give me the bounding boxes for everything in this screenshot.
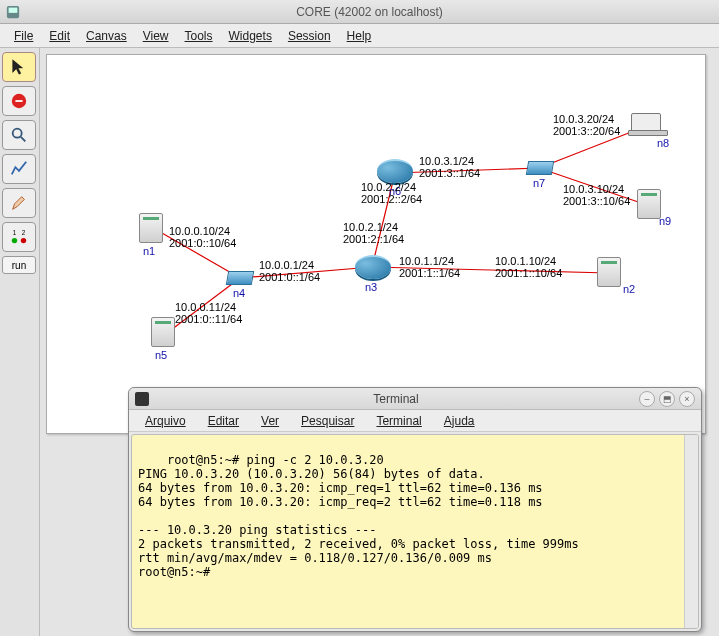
term-menu-terminal[interactable]: Terminal [366, 412, 431, 430]
network-canvas[interactable]: n1 10.0.0.10/24 2001:0::10/64 n5 10.0.0.… [46, 54, 706, 434]
node-n9-label: n9 [659, 215, 671, 227]
addr-n6-eth0: 10.0.3.1/24 2001:3::1/64 [419, 155, 480, 179]
left-toolbar: 1 2 run [0, 48, 40, 636]
svg-rect-3 [15, 100, 22, 102]
addr-n5: 10.0.0.11/24 2001:0::11/64 [175, 301, 242, 325]
addr-n3-eth1: 10.0.2.1/24 2001:2::1/64 [343, 221, 404, 245]
node-n8[interactable] [631, 113, 661, 133]
plot-icon [10, 160, 28, 178]
menu-file[interactable]: File [6, 26, 41, 46]
two-node-icon: 1 2 [10, 228, 28, 246]
svg-line-5 [21, 137, 26, 142]
run-button[interactable]: run [2, 256, 36, 274]
marker-button[interactable] [2, 188, 36, 218]
node-n8-label: n8 [657, 137, 669, 149]
stop-button[interactable] [2, 86, 36, 116]
menu-widgets[interactable]: Widgets [221, 26, 280, 46]
addr-n2: 10.0.1.10/24 2001:1::10/64 [495, 255, 562, 279]
addr-n9: 10.0.3.10/24 2001:3::10/64 [563, 183, 630, 207]
node-n9[interactable] [637, 189, 661, 219]
menu-session[interactable]: Session [280, 26, 339, 46]
addr-n8: 10.0.3.20/24 2001:3::20/64 [553, 113, 620, 137]
magnify-icon [10, 126, 28, 144]
node-n2[interactable] [597, 257, 621, 287]
terminal-content: root@n5:~# ping -c 2 10.0.3.20 PING 10.0… [138, 453, 579, 579]
two-node-button[interactable]: 1 2 [2, 222, 36, 252]
node-n3-label: n3 [365, 281, 377, 293]
term-menu-arquivo[interactable]: Arquivo [135, 412, 196, 430]
terminal-title: Terminal [157, 392, 635, 406]
menu-tools[interactable]: Tools [177, 26, 221, 46]
node-n4[interactable] [226, 271, 254, 285]
svg-point-4 [13, 129, 22, 138]
node-n4-label: n4 [233, 287, 245, 299]
svg-rect-1 [9, 7, 18, 12]
node-n5[interactable] [151, 317, 175, 347]
node-n6[interactable] [377, 159, 413, 183]
terminal-scrollbar[interactable] [684, 435, 698, 628]
term-menu-pesquisar[interactable]: Pesquisar [291, 412, 364, 430]
pencil-icon [10, 194, 28, 212]
stop-icon [10, 92, 28, 110]
svg-text:2: 2 [22, 229, 26, 236]
svg-text:1: 1 [13, 229, 17, 236]
node-n1[interactable] [139, 213, 163, 243]
window-titlebar: CORE (42002 on localhost) [0, 0, 719, 24]
plot-button[interactable] [2, 154, 36, 184]
terminal-body[interactable]: root@n5:~# ping -c 2 10.0.3.20 PING 10.0… [131, 434, 699, 629]
close-button[interactable]: × [679, 391, 695, 407]
menu-canvas[interactable]: Canvas [78, 26, 135, 46]
maximize-button[interactable]: ⬒ [659, 391, 675, 407]
observer-button[interactable] [2, 120, 36, 150]
terminal-menubar: Arquivo Editar Ver Pesquisar Terminal Aj… [129, 410, 701, 432]
node-n2-label: n2 [623, 283, 635, 295]
menubar: File Edit Canvas View Tools Widgets Sess… [0, 24, 719, 48]
minimize-button[interactable]: – [639, 391, 655, 407]
addr-n6-eth1: 10.0.2.2/24 2001:2::2/64 [361, 181, 422, 205]
menu-view[interactable]: View [135, 26, 177, 46]
terminal-titlebar[interactable]: Terminal – ⬒ × [129, 388, 701, 410]
node-n5-label: n5 [155, 349, 167, 361]
terminal-window[interactable]: Terminal – ⬒ × Arquivo Editar Ver Pesqui… [128, 387, 702, 632]
node-n3[interactable] [355, 255, 391, 279]
addr-n4-eth0: 10.0.0.1/24 2001:0::1/64 [259, 259, 320, 283]
svg-point-6 [12, 238, 17, 243]
node-n1-label: n1 [143, 245, 155, 257]
menu-edit[interactable]: Edit [41, 26, 78, 46]
app-icon [6, 5, 20, 19]
term-menu-editar[interactable]: Editar [198, 412, 249, 430]
node-n7[interactable] [526, 161, 554, 175]
term-menu-ajuda[interactable]: Ajuda [434, 412, 485, 430]
term-menu-ver[interactable]: Ver [251, 412, 289, 430]
addr-n1: 10.0.0.10/24 2001:0::10/64 [169, 225, 236, 249]
cursor-icon [10, 58, 28, 76]
menu-help[interactable]: Help [339, 26, 380, 46]
node-n7-label: n7 [533, 177, 545, 189]
addr-n3-eth0: 10.0.1.1/24 2001:1::1/64 [399, 255, 460, 279]
svg-point-8 [21, 238, 26, 243]
window-title: CORE (42002 on localhost) [26, 5, 713, 19]
terminal-icon [135, 392, 149, 406]
select-tool-button[interactable] [2, 52, 36, 82]
